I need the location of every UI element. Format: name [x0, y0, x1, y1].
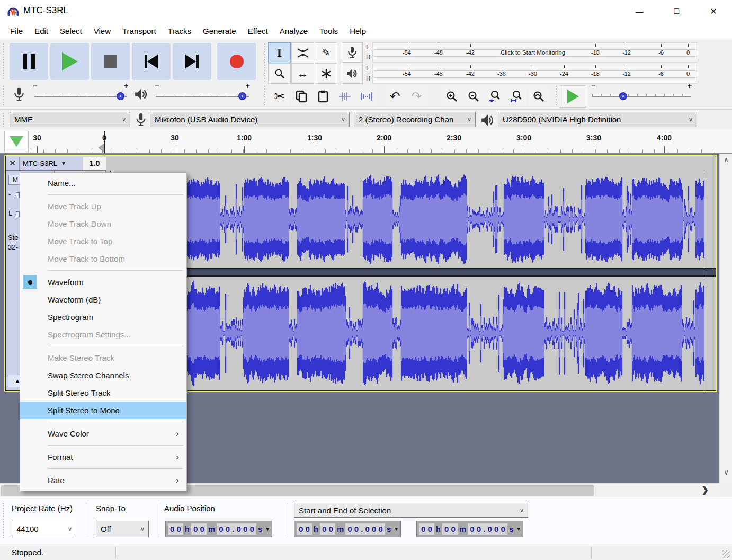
play-speed-thumb[interactable]: [619, 92, 627, 100]
menu-item-waveform[interactable]: Waveform: [20, 273, 186, 291]
waveform-area[interactable]: [106, 171, 716, 390]
track-close-button[interactable]: ✕: [6, 157, 20, 170]
menu-analyze[interactable]: Analyze: [274, 24, 314, 38]
time-digits[interactable]: 0 0: [168, 523, 183, 535]
mixer-toolbar-grip[interactable]: [1, 85, 5, 107]
snap-to-select[interactable]: Off∨: [96, 521, 149, 537]
audio-host-select[interactable]: MME∨: [10, 112, 130, 127]
selection-start-field[interactable]: 0 0h0 0m0 0 . 0 0 0s▼: [294, 521, 401, 537]
menu-tools[interactable]: Tools: [314, 24, 344, 38]
track-name-dropdown[interactable]: MTC-S3RL ▼: [20, 159, 83, 167]
redo-button[interactable]: ↷: [406, 86, 427, 106]
fit-project-button[interactable]: [506, 86, 527, 106]
silence-audio-button[interactable]: [356, 86, 377, 106]
timeline-ruler[interactable]: 300301:001:302:002:303:003:304:00: [0, 129, 732, 154]
zoom-toggle-button[interactable]: [528, 86, 549, 106]
recording-meter[interactable]: -54-48-42Click to Start Monitoring-18-12…: [372, 42, 698, 63]
pause-button[interactable]: [10, 43, 48, 80]
play-button[interactable]: [50, 43, 89, 80]
waveform-left-channel[interactable]: [110, 171, 704, 268]
menu-item-name[interactable]: Name...: [20, 174, 186, 192]
scroll-right-arrow[interactable]: ❯: [702, 485, 709, 495]
time-digits[interactable]: 0 0 . 0 0 0: [468, 523, 507, 535]
selection-mode-select[interactable]: Start and End of Selection∨: [294, 503, 528, 518]
paste-button[interactable]: [313, 86, 333, 106]
menu-item-split-stereo-track[interactable]: Split Stereo Track: [20, 384, 186, 402]
menu-item-format[interactable]: Format›: [20, 448, 186, 466]
selection-tool-button[interactable]: I: [268, 42, 291, 63]
menu-item-waveform-db[interactable]: Waveform (dB): [20, 291, 186, 308]
time-field-dropdown-icon[interactable]: ▼: [516, 526, 521, 532]
menu-help[interactable]: Help: [344, 24, 372, 38]
edit-toolbar-grip[interactable]: [263, 85, 267, 107]
menu-tracks[interactable]: Tracks: [162, 24, 197, 38]
scroll-down-arrow[interactable]: ∨: [720, 466, 732, 478]
time-field-dropdown-icon[interactable]: ▼: [265, 526, 270, 532]
time-digits[interactable]: 0 0: [320, 523, 335, 535]
menu-item-spectrogram[interactable]: Spectrogram: [20, 308, 186, 326]
record-button[interactable]: [217, 43, 256, 80]
stop-button[interactable]: [91, 43, 130, 80]
draw-tool-button[interactable]: ✎: [315, 42, 337, 63]
playback-volume-thumb[interactable]: [238, 92, 246, 100]
time-digits[interactable]: 0 0: [297, 523, 312, 535]
playback-volume-slider[interactable]: −+: [156, 89, 249, 101]
scroll-up-arrow[interactable]: ∧: [720, 154, 732, 165]
project-rate-select[interactable]: 44100∨: [12, 521, 76, 537]
time-digits[interactable]: 0 0 . 0 0 0: [345, 523, 385, 535]
menu-effect[interactable]: Effect: [242, 24, 274, 38]
recording-device-select[interactable]: Mikrofon (USB Audio Device)∨: [150, 112, 350, 127]
transport-toolbar-grip[interactable]: [1, 42, 5, 81]
skip-to-end-button[interactable]: [173, 43, 211, 80]
audio-position-field[interactable]: 0 0h0 0m0 0 . 0 0 0s▼: [165, 521, 272, 537]
selection-toolbar-grip[interactable]: [1, 502, 5, 539]
playback-device-select[interactable]: U28D590 (NVIDIA High Definition∨: [498, 112, 697, 127]
device-toolbar-grip[interactable]: [1, 112, 5, 128]
envelope-tool-button[interactable]: [291, 42, 314, 63]
monitoring-message[interactable]: Click to Start Monitoring: [501, 49, 565, 56]
recording-meter-button[interactable]: [342, 42, 363, 63]
playback-meter[interactable]: -54-48-42-36-30-24-18-12-60: [372, 64, 698, 84]
menu-item-split-stereo-to-mono[interactable]: Split Stereo to Mono: [20, 402, 186, 419]
skip-to-start-button[interactable]: [132, 43, 171, 80]
play-at-speed-grip[interactable]: [554, 85, 558, 107]
menu-file[interactable]: File: [4, 24, 29, 38]
selection-end-field[interactable]: 0 0h0 0m0 0 . 0 0 0s▼: [416, 521, 523, 537]
minimize-button[interactable]: —: [621, 0, 658, 22]
menu-generate[interactable]: Generate: [197, 24, 242, 38]
zoom-out-button[interactable]: [463, 86, 484, 106]
menu-item-wave-color[interactable]: Wave Color›: [20, 425, 186, 442]
recording-channels-select[interactable]: 2 (Stereo) Recording Chan∨: [354, 112, 476, 127]
maximize-button[interactable]: ☐: [658, 0, 695, 22]
zoom-selection-button[interactable]: [485, 86, 505, 106]
time-field-dropdown-icon[interactable]: ▼: [394, 526, 399, 532]
waveform-right-channel[interactable]: [110, 277, 704, 390]
menu-view[interactable]: View: [88, 24, 117, 38]
time-digits[interactable]: 0 0 . 0 0 0: [217, 523, 256, 535]
menu-transport[interactable]: Transport: [117, 24, 162, 38]
timeline-pin-button[interactable]: [4, 131, 29, 152]
close-button[interactable]: ✕: [695, 0, 732, 22]
record-volume-thumb[interactable]: [117, 92, 124, 100]
time-digits[interactable]: 0 0: [442, 523, 458, 535]
play-at-speed-button[interactable]: [560, 85, 586, 108]
time-digits[interactable]: 0 0: [191, 523, 207, 535]
resize-grip[interactable]: [722, 550, 730, 558]
playback-meter-button[interactable]: [342, 64, 363, 84]
play-speed-slider[interactable]: −+: [592, 89, 691, 101]
cut-button[interactable]: ✂: [269, 86, 290, 106]
menu-edit[interactable]: Edit: [29, 24, 54, 38]
copy-button[interactable]: [291, 86, 311, 106]
tools-toolbar-grip[interactable]: [263, 42, 267, 83]
undo-button[interactable]: ↶: [385, 86, 405, 106]
timeshift-tool-button[interactable]: ↔: [291, 63, 314, 84]
menu-item-swap-stereo-channels[interactable]: Swap Stereo Channels: [20, 367, 186, 384]
vertical-scrollbar[interactable]: ∧ ∨: [719, 154, 732, 483]
record-volume-slider[interactable]: −+: [34, 89, 127, 101]
zoom-in-button[interactable]: [441, 86, 462, 106]
trim-audio-button[interactable]: [334, 86, 355, 106]
zoom-tool-button[interactable]: [268, 63, 291, 84]
menu-select[interactable]: Select: [54, 24, 88, 38]
multi-tool-button[interactable]: [315, 63, 337, 84]
time-digits[interactable]: 0 0: [419, 523, 434, 535]
